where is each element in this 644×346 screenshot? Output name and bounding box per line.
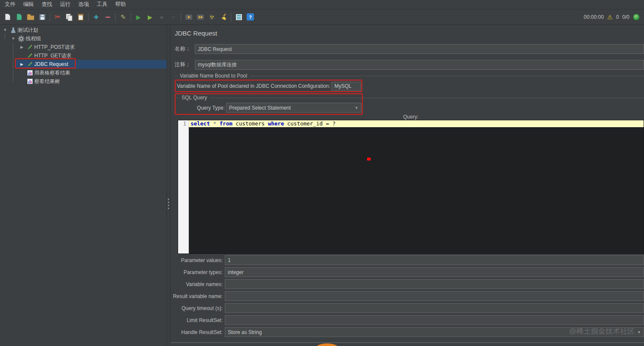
result-variable-name-input[interactable]: [225, 291, 644, 301]
add-icon[interactable]: +: [90, 11, 102, 23]
menu-run[interactable]: 运行: [56, 0, 75, 9]
remote-start-icon[interactable]: [183, 11, 194, 23]
menu-help[interactable]: 帮助: [111, 0, 130, 9]
sampler-icon: [27, 44, 33, 51]
scissors-icon: ✂: [55, 14, 60, 21]
new-file-icon[interactable]: [2, 11, 13, 23]
shutdown-icon[interactable]: ●: [167, 11, 179, 23]
start-no-pauses-icon[interactable]: ▶: [144, 11, 156, 23]
tree-item-thread-group[interactable]: ▼ 线程组: [0, 34, 167, 43]
tree-item-label: 测试计划: [18, 27, 38, 34]
paste-icon[interactable]: [75, 11, 86, 23]
help-icon[interactable]: ?: [244, 11, 256, 23]
stop-icon[interactable]: ●: [156, 11, 167, 23]
templates-icon[interactable]: [13, 11, 25, 23]
handle-resultset-value: Store as String: [228, 329, 262, 335]
spotted-circle-glyph: [208, 13, 216, 21]
splitter-grip-icon[interactable]: [168, 199, 169, 211]
tree-item-view-results-table[interactable]: 用表格察看结果: [0, 69, 167, 77]
menu-options[interactable]: 选项: [75, 0, 93, 9]
clear-icon[interactable]: [206, 11, 218, 23]
result-variable-name-row: Result variable name:: [170, 291, 644, 301]
query-type-value: Prepared Select Statement: [229, 105, 291, 111]
tree-item-view-results-tree[interactable]: 察看结果树: [0, 77, 167, 86]
tree-item-test-plan[interactable]: ▼ 测试计划: [0, 26, 167, 34]
globe-icon: [633, 14, 640, 21]
sql-identifier: customer_id = ?: [284, 120, 335, 127]
test-plan-icon: [10, 27, 16, 33]
query-type-combo[interactable]: Prepared Select Statement ▼: [226, 103, 361, 113]
variable-names-input[interactable]: [225, 279, 644, 289]
remove-icon[interactable]: −: [102, 11, 113, 23]
limit-resultset-input[interactable]: [225, 315, 644, 325]
tree-item-http-post[interactable]: ▶ HTTP_POST请求: [0, 43, 167, 51]
sql-keyword: select: [191, 120, 210, 127]
chevron-right-icon[interactable]: ▶: [18, 45, 25, 49]
tree-item-http-get[interactable]: HTTP_GET请求: [0, 51, 167, 60]
remote-start-all-icon[interactable]: [194, 11, 206, 23]
test-plan-tree: ▼ 测试计划 ▼ 线程组 ▶ HTTP_POST请求 HTTP_GET请求 ▶ …: [0, 25, 167, 346]
thread-count: 0/0: [622, 14, 629, 20]
pencil-icon[interactable]: ✎: [117, 11, 129, 23]
parameter-types-input[interactable]: [225, 267, 644, 277]
tree-item-label: JDBC Request: [34, 61, 68, 67]
copy-icon[interactable]: [63, 11, 75, 23]
bottom-divider: [170, 342, 644, 343]
jdbc-request-panel: JDBC Request 名称： 注释： Variable Name Bound…: [170, 25, 644, 346]
tree-item-jdbc-request[interactable]: ▶ JDBC Request: [0, 60, 167, 69]
play-icon: ▶: [136, 14, 141, 20]
editor-code-area[interactable]: select * from customers where customer_i…: [189, 120, 644, 254]
sampler-icon: [27, 53, 33, 59]
sql-group-header: SQL Query: [176, 95, 644, 101]
menu-tools[interactable]: 工具: [93, 0, 111, 9]
sql-current-line[interactable]: select * from customers where customer_i…: [189, 120, 644, 127]
pool-group-header: Variable Name Bound to Pool: [175, 73, 644, 79]
pool-variable-label: Variable Name of Pool declared in JDBC C…: [177, 83, 330, 89]
clear-all-icon[interactable]: [218, 11, 229, 23]
warning-icon[interactable]: ⚠: [607, 14, 613, 20]
chevron-down-icon[interactable]: ▼: [10, 36, 17, 41]
menu-file[interactable]: 文件: [1, 0, 19, 9]
parameter-types-row: Parameter types:: [170, 267, 644, 277]
list-glyph: [236, 14, 242, 21]
tree-item-label: 线程组: [26, 35, 41, 42]
open-file-icon[interactable]: [25, 11, 36, 23]
sql-group-title: SQL Query: [182, 95, 207, 101]
stop-circle-icon: ●: [160, 14, 164, 20]
parameter-values-input[interactable]: [225, 255, 644, 265]
template-page-icon: [17, 14, 22, 20]
variable-names-row: Variable names:: [170, 279, 644, 289]
remote-start-glyph: [185, 13, 193, 21]
menu-edit[interactable]: 编辑: [19, 0, 38, 9]
cut-icon[interactable]: ✂: [52, 11, 63, 23]
start-icon[interactable]: ▶: [133, 11, 144, 23]
save-icon[interactable]: [36, 11, 48, 23]
sql-keyword: from: [220, 120, 233, 127]
sampler-icon: [27, 61, 33, 68]
variable-names-label: Variable names:: [170, 281, 225, 287]
limit-resultset-row: Limit ResultSet:: [170, 315, 644, 325]
listener-chart-icon: [27, 78, 33, 85]
elapsed-time: 00:00:00: [584, 14, 604, 20]
toolbar-separator: [181, 13, 181, 21]
handle-resultset-label: Handle ResultSet:: [170, 329, 225, 335]
sql-query-editor[interactable]: 1 select * from customers where customer…: [178, 120, 644, 254]
function-helper-icon[interactable]: [233, 11, 244, 23]
remote-start-all-glyph: [197, 13, 204, 21]
comment-input[interactable]: [195, 60, 644, 70]
menu-search[interactable]: 查找: [38, 0, 56, 9]
pool-variable-input[interactable]: [331, 82, 361, 91]
pool-row: Variable Name of Pool declared in JDBC C…: [177, 81, 361, 91]
chevron-right-icon[interactable]: ▶: [18, 62, 25, 66]
copy-pages-icon: [66, 14, 72, 21]
chevron-down-icon[interactable]: ▼: [2, 28, 9, 32]
comment-label: 注释：: [175, 61, 195, 69]
pool-group-title: Variable Name Bound to Pool: [180, 73, 247, 79]
query-timeout-input[interactable]: [225, 303, 644, 313]
floppy-icon: [39, 14, 45, 20]
query-type-label: Query Type:: [170, 105, 225, 111]
name-input[interactable]: [195, 44, 644, 54]
panel-splitter[interactable]: [167, 25, 170, 346]
tree-item-label: 用表格察看结果: [34, 69, 70, 77]
sql-identifier: customers: [233, 120, 268, 127]
